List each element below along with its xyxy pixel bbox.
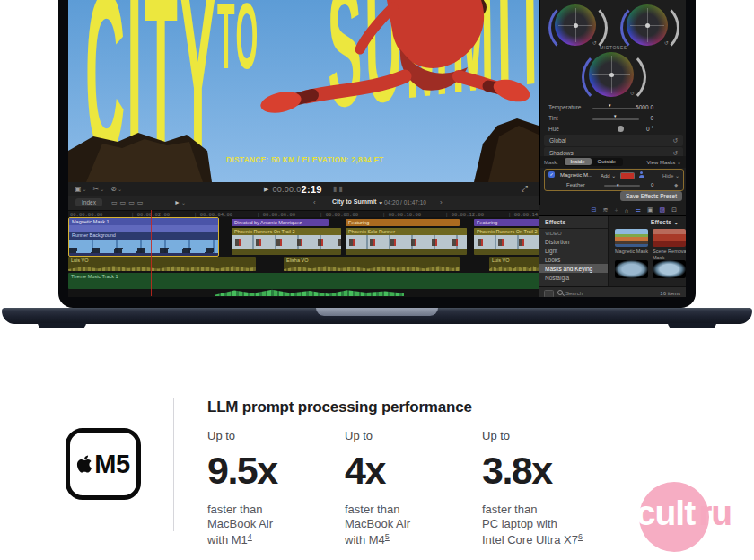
stat-description: faster than MacBook Air with M14 — [207, 503, 342, 547]
title-clip-featuring-2[interactable]: Featuring — [474, 219, 539, 226]
footnote-link[interactable]: 6 — [578, 532, 583, 541]
timeline-view-icon[interactable]: ⚌ — [636, 206, 641, 214]
category-nostalgia[interactable]: Nostalgia — [539, 273, 608, 282]
transform-icon[interactable]: ▣⌄ — [75, 185, 87, 193]
person-mask-icon — [638, 171, 644, 178]
next-project-arrow[interactable]: › — [440, 198, 443, 206]
audio-waveform — [284, 265, 460, 271]
category-video[interactable]: VIDEO — [539, 229, 608, 237]
vignette-mask-thumbnail[interactable] — [615, 260, 648, 278]
music-track-clip[interactable]: Theme Music Track 1 — [68, 273, 539, 289]
hide-dropdown[interactable]: Hide ⌄ — [662, 172, 679, 179]
global-row[interactable]: Global ↺ — [544, 135, 683, 146]
magnetic-mask-thumbnail[interactable] — [615, 229, 648, 247]
watermark: icultru — [627, 494, 732, 533]
inside-button[interactable]: Inside — [565, 158, 592, 165]
stat-column-2: Up to 4x faster than MacBook Air with M4… — [345, 429, 479, 547]
performance-title: LLM prompt processing performance — [207, 398, 472, 416]
watermark-suffix: ru — [698, 494, 732, 532]
page: CITY TO SUMMIT — [0, 0, 754, 560]
slider-thumb[interactable]: ▾ — [609, 102, 611, 108]
media-toolbar: ⊟ ≋ + ∩ ⚌ ▣ ▨ ⊡ — [539, 205, 686, 215]
vignette-mask-thumbnail-2[interactable] — [653, 260, 686, 278]
feather-row: Feather ▾ 0 ◆ — [545, 179, 683, 189]
items-count: 16 items — [660, 291, 680, 296]
expand-viewer-icon[interactable]: ⤢ — [522, 184, 528, 194]
hue-knob[interactable] — [618, 126, 624, 132]
category-light[interactable]: Light — [539, 246, 608, 255]
audio-clip-luis-vo-2[interactable]: Luis VO — [489, 257, 539, 271]
stat-column-1: Up to 9.5x faster than MacBook Air with … — [207, 429, 342, 547]
save-effects-preset-button[interactable]: Save Effects Preset — [620, 191, 682, 201]
footnote-link[interactable]: 5 — [385, 532, 390, 541]
category-masks-keying[interactable]: Masks and Keying — [539, 264, 608, 273]
search-icon — [557, 290, 563, 295]
wheel-arc[interactable] — [591, 49, 646, 105]
stat-description: faster than PC laptop with Intel Core Ul… — [482, 503, 617, 547]
footnote-link[interactable]: 4 — [248, 532, 252, 541]
timecode-frames: 2:19 — [302, 184, 322, 195]
magnetic-mask-group: ✓ Magnetic M... Add ⌄ Hide ⌄ Feather ▾ 0… — [544, 169, 684, 191]
stat-qualifier: Up to — [482, 429, 617, 442]
reset-icon[interactable]: ↺ — [630, 90, 635, 96]
add-dropdown[interactable]: Add ⌄ — [601, 172, 616, 179]
project-title[interactable]: City to Summit ⌄ — [332, 198, 383, 206]
headphones-icon[interactable]: ∩ — [625, 207, 629, 214]
timecode-hours: 00:00:0 — [272, 185, 301, 194]
play-icon[interactable]: ▶ — [264, 186, 268, 193]
index-button[interactable]: Index — [75, 198, 102, 206]
audio-meters-icon[interactable]: ≋ — [603, 206, 609, 214]
crop-icon[interactable]: ⊡ — [671, 206, 677, 214]
magnetic-mask-name[interactable]: Magnetic M... — [560, 172, 592, 178]
select-tool-icon[interactable]: ►⌄ — [174, 199, 186, 206]
outside-button[interactable]: Outside — [592, 158, 623, 165]
filter-icon[interactable] — [544, 290, 554, 297]
lid-notch — [316, 308, 438, 316]
audio-clip-luis-vo[interactable]: Luis VO — [68, 257, 256, 271]
effects-browser-icon[interactable]: ▨ — [660, 206, 666, 214]
macbook-screen-bezel: CITY TO SUMMIT — [58, 0, 696, 308]
title-clip-featuring-1[interactable]: Featuring — [346, 219, 460, 226]
title-clip-directed[interactable]: Directed by Antonio Manriquez — [232, 219, 329, 226]
previous-project-arrow[interactable]: ‹ — [313, 198, 316, 206]
runner-filmstrip — [69, 240, 218, 253]
camera-icon[interactable]: ▣ — [647, 206, 653, 214]
video-clip-phoenix-trail[interactable]: Phoenix Runners On Trail 2 — [232, 228, 341, 255]
keyframe-icon[interactable]: ◆ — [674, 182, 678, 188]
mask-label: Mask: — [544, 160, 558, 165]
video-clip-phoenix-trail-2[interactable]: Phoenix Runners On Trail 2 — [474, 228, 539, 255]
clip-appearance-icons[interactable]: ▭▭▭▭ — [111, 199, 145, 206]
filmstrip — [232, 235, 341, 249]
reset-icon[interactable]: ↺ — [672, 137, 678, 144]
slider-thumb[interactable]: ▾ — [614, 113, 617, 118]
chip-name: M5 — [94, 450, 129, 479]
watermark-name: icult — [627, 494, 695, 532]
mask-controls: Mask: Inside Outside View Masks ⌄ — [540, 156, 686, 168]
add-icon[interactable]: + — [614, 207, 618, 214]
distance-caption: DISTANCE: 50 KM / ELEVATION: 2,894 FT — [226, 156, 383, 164]
final-cut-pro-window: CITY TO SUMMIT — [68, 0, 686, 297]
scene-removal-mask-thumbnail[interactable] — [653, 229, 686, 247]
mask-range-bar[interactable] — [69, 225, 218, 232]
feather-slider[interactable] — [604, 185, 640, 187]
slider-thumb[interactable]: ▾ — [617, 182, 619, 188]
video-clip-phoenix-solo[interactable]: Phoenix Solo Runner — [346, 228, 467, 255]
blade-tool-icon[interactable]: ✂⌄ — [93, 185, 105, 193]
selected-clip-group[interactable]: Magnetic Mask 1 Runner Background — [68, 217, 219, 257]
audio-clip-elisha-vo[interactable]: Elisha VO — [284, 257, 460, 271]
mask-color-swatch[interactable] — [620, 172, 635, 179]
apple-logo-icon — [76, 454, 92, 474]
thumbnail-label: Scene Removal Mask — [653, 249, 686, 260]
stat-column-3: Up to 3.8x faster than PC laptop with In… — [482, 429, 617, 547]
m5-chip-badge: M5 — [66, 428, 141, 500]
checkbox-checked[interactable]: ✓ — [548, 171, 555, 178]
timeline-tracks: Magnetic Mask 1 Runner Background Direct… — [68, 217, 539, 297]
search-input[interactable]: Search — [566, 291, 583, 296]
laptop-foot — [668, 323, 716, 328]
trim-icon[interactable]: ⊟ — [592, 206, 597, 214]
retime-icon[interactable]: ⊘⌄ — [110, 185, 122, 193]
category-looks[interactable]: Looks — [539, 255, 608, 264]
view-masks-dropdown[interactable]: View Masks ⌄ — [646, 159, 681, 165]
playhead[interactable] — [151, 210, 152, 296]
category-distortion[interactable]: Distortion — [539, 237, 608, 246]
